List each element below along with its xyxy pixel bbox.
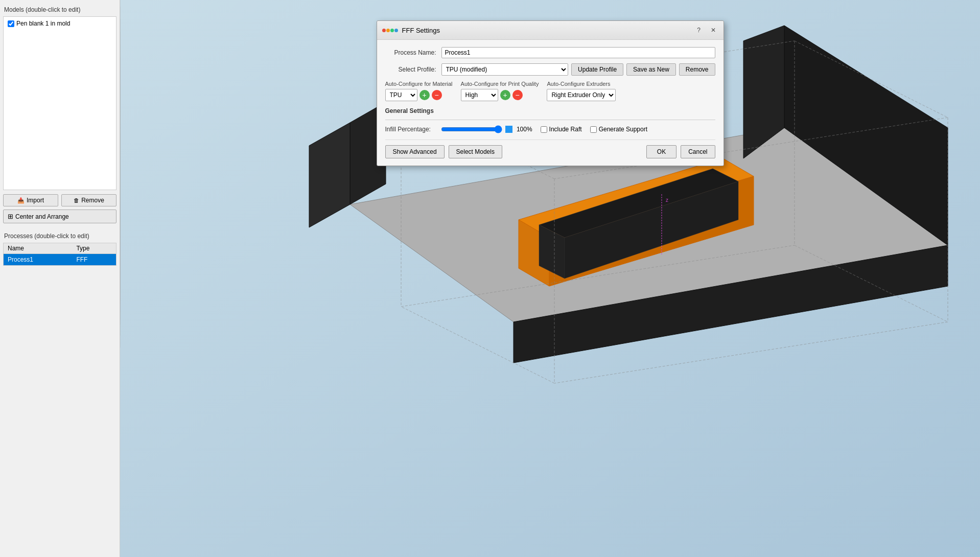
infill-slider-container: 100%: [441, 125, 532, 133]
include-raft-checkbox[interactable]: [541, 126, 547, 133]
remove-model-icon: 🗑: [74, 197, 79, 203]
auto-config-quality-label: Auto-Configure for Print Quality: [461, 81, 539, 87]
remove-quality-button[interactable]: −: [512, 90, 523, 100]
process-name-input[interactable]: [441, 47, 715, 58]
select-profile-label: Select Profile:: [385, 66, 436, 73]
generate-support-checkbox[interactable]: [590, 126, 597, 133]
infill-color-box: [505, 126, 512, 133]
main-viewport: z FFF Settings ? ✕ Process Nam: [120, 0, 980, 557]
auto-config-material-label: Auto-Configure for Material: [385, 81, 453, 87]
auto-config-quality: Auto-Configure for Print Quality High Me…: [461, 81, 539, 101]
save-as-new-button[interactable]: Save as New: [626, 63, 676, 76]
process-type-cell: FFF: [72, 254, 116, 266]
cancel-button[interactable]: Cancel: [681, 145, 715, 158]
infill-row: Infill Percentage: 100% Include Raft Gen…: [385, 125, 715, 133]
add-quality-button[interactable]: +: [500, 90, 510, 100]
extruder-select[interactable]: Right Extruder Only Left Extruder Only B…: [547, 89, 616, 101]
footer-left: Show Advanced Select Models: [385, 145, 502, 158]
col-header-name: Name: [4, 243, 72, 254]
processes-table: Name Type Process1 FFF: [3, 243, 116, 266]
material-controls: TPU PLA ABS PETG + −: [385, 89, 453, 101]
model-list: Pen blank 1 in mold: [3, 16, 116, 190]
remove-material-button[interactable]: −: [432, 90, 442, 100]
footer-right: OK Cancel: [646, 145, 715, 158]
generate-support-group: Generate Support: [590, 126, 647, 133]
process-row[interactable]: Process1 FFF: [4, 254, 116, 266]
icon-dot-green: [390, 29, 394, 32]
model-item: Pen blank 1 in mold: [6, 19, 114, 28]
dialog-titlebar: FFF Settings ? ✕: [377, 21, 724, 40]
select-models-button[interactable]: Select Models: [449, 145, 502, 158]
include-raft-group: Include Raft: [541, 126, 582, 133]
fff-icon: [382, 29, 398, 32]
quality-controls: High Medium Low + −: [461, 89, 539, 101]
processes-section: Processes (double-click to edit) Name Ty…: [0, 230, 120, 266]
dialog-footer: Show Advanced Select Models OK Cancel: [385, 140, 715, 158]
add-material-button[interactable]: +: [419, 90, 430, 100]
remove-model-label: Remove: [81, 197, 104, 204]
icon-dot-blue: [394, 29, 398, 32]
generate-support-label: Generate Support: [599, 126, 647, 133]
profile-select[interactable]: TPU (modified) PLA Standard: [441, 63, 569, 76]
dialog-title: FFF Settings: [402, 27, 690, 34]
infill-label: Infill Percentage:: [385, 126, 431, 133]
remove-model-button[interactable]: 🗑 Remove: [61, 194, 116, 206]
model-item-label: Pen blank 1 in mold: [16, 20, 70, 27]
icon-dot-red: [382, 29, 386, 32]
icon-dot-orange: [386, 29, 390, 32]
process-name-label: Process Name:: [385, 49, 436, 56]
settings-divider: [385, 120, 715, 120]
update-profile-button[interactable]: Update Profile: [571, 63, 623, 76]
include-raft-label: Include Raft: [549, 126, 582, 133]
auto-config-extruder: Auto-Configure Extruders Right Extruder …: [547, 81, 616, 101]
close-button[interactable]: ✕: [708, 25, 718, 35]
col-header-type: Type: [72, 243, 116, 254]
import-button[interactable]: 📥 Import: [3, 194, 58, 206]
center-arrange-button[interactable]: ⊞ Center and Arrange: [3, 210, 116, 223]
extruder-controls: Right Extruder Only Left Extruder Only B…: [547, 89, 616, 101]
fff-settings-dialog: FFF Settings ? ✕ Process Name: Select Pr…: [377, 20, 724, 166]
auto-config-extruder-label: Auto-Configure Extruders: [547, 81, 616, 87]
left-panel: Models (double-click to edit) Pen blank …: [0, 0, 120, 557]
models-section-title: Models (double-click to edit): [0, 4, 120, 16]
remove-profile-button[interactable]: Remove: [679, 63, 715, 76]
material-select[interactable]: TPU PLA ABS PETG: [385, 89, 417, 101]
center-arrange-icon: ⊞: [8, 213, 13, 220]
infill-value: 100%: [517, 126, 532, 133]
quality-select[interactable]: High Medium Low: [461, 89, 498, 101]
center-arrange-label: Center and Arrange: [15, 213, 69, 220]
process-name-row: Process Name:: [385, 47, 715, 58]
auto-configure-row: Auto-Configure for Material TPU PLA ABS …: [385, 81, 715, 101]
select-profile-row: Select Profile: TPU (modified) PLA Stand…: [385, 63, 715, 76]
dialog-content: Process Name: Select Profile: TPU (modif…: [377, 40, 724, 166]
import-label: Import: [27, 197, 44, 204]
processes-section-title: Processes (double-click to edit): [0, 230, 120, 243]
model-buttons-row: 📥 Import 🗑 Remove: [0, 190, 120, 208]
process-name-cell: Process1: [4, 254, 72, 266]
model-checkbox[interactable]: [8, 20, 14, 27]
general-settings-header: General Settings: [385, 107, 715, 114]
help-button[interactable]: ?: [694, 25, 704, 35]
import-icon: 📥: [17, 197, 25, 204]
profile-controls: TPU (modified) PLA Standard Update Profi…: [441, 63, 715, 76]
dialog-overlay: FFF Settings ? ✕ Process Name: Select Pr…: [120, 0, 980, 557]
infill-slider[interactable]: [441, 125, 502, 133]
ok-button[interactable]: OK: [646, 145, 676, 158]
auto-config-material: Auto-Configure for Material TPU PLA ABS …: [385, 81, 453, 101]
show-advanced-button[interactable]: Show Advanced: [385, 145, 445, 158]
